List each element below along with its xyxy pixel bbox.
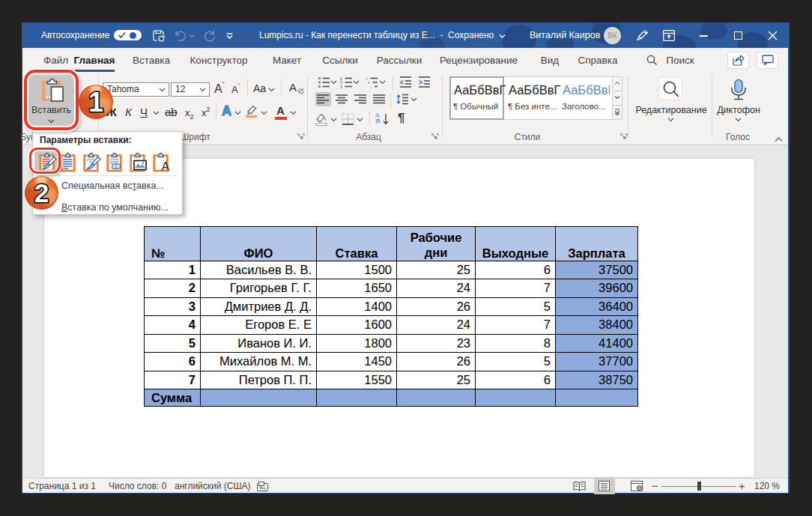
svg-text:A: A xyxy=(162,160,170,173)
svg-text:3: 3 xyxy=(340,85,342,89)
svg-text:i: i xyxy=(370,85,371,89)
svg-text:2: 2 xyxy=(34,178,49,207)
svg-text:1: 1 xyxy=(88,87,103,118)
